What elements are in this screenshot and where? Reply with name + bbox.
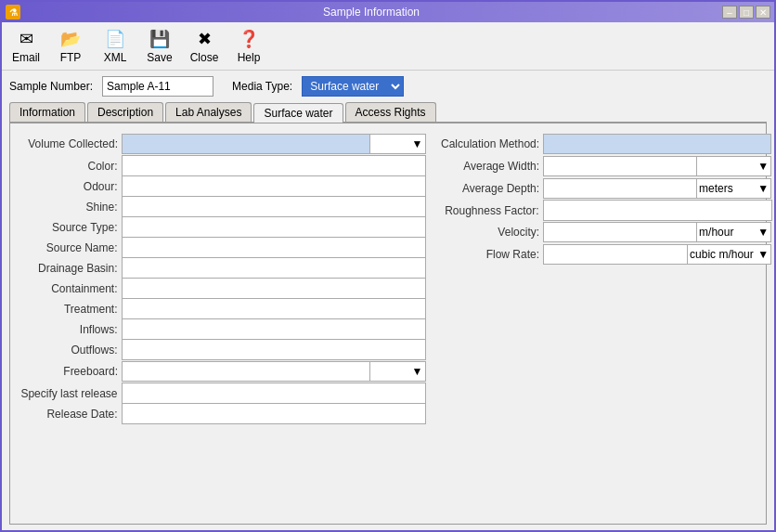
volume-unit-dropdown[interactable]: ▼ [369,135,425,153]
velocity-dropdown[interactable]: m/hour ▼ [696,223,770,241]
average-depth-arrow: ▼ [757,182,769,195]
velocity-label: Velocity: [441,221,543,244]
title-bar: ⚗ Sample Information – □ ✕ [2,2,774,22]
volume-collected-input[interactable] [123,135,369,153]
average-depth-row: Average Depth: meters ▼ [441,177,771,201]
release-date-input[interactable] [124,408,424,421]
window-title: Sample Information [20,6,722,19]
shine-label: Shine: [19,197,122,217]
specify-last-release-label: Specify last release [19,383,122,404]
tab-information[interactable]: Information [9,102,85,122]
roughness-factor-label: Roughness Factor: [441,201,543,221]
outflows-label: Outflows: [19,340,122,360]
average-depth-field: meters ▼ [543,178,771,199]
email-button[interactable]: ✉ Email [6,26,46,67]
sample-row: Sample Number: Media Type: Surface water [9,76,767,97]
drainage-basin-row: Drainage Basin: [19,258,426,279]
left-panel: Volume Collected: ▼ [19,133,426,514]
help-icon: ❓ [238,29,260,49]
calculation-method-value[interactable] [543,134,771,154]
odour-row: Odour: [19,176,426,197]
velocity-row: Velocity: m/hour ▼ [441,221,771,244]
ftp-button[interactable]: 📂 FTP [50,26,91,67]
flow-rate-input[interactable] [544,245,687,264]
save-label: Save [147,51,172,64]
email-label: Email [12,51,40,64]
flow-rate-unit-value: cubic m/hour [690,248,754,261]
outflows-row: Outflows: [19,340,426,360]
treatment-input[interactable] [124,303,424,316]
minimize-button[interactable]: – [722,6,737,19]
average-depth-input[interactable] [544,179,696,198]
xml-button[interactable]: 📄 XML [95,26,136,67]
average-depth-dropdown[interactable]: meters ▼ [696,179,770,198]
source-name-label: Source Name: [19,238,122,258]
title-bar-buttons: – □ ✕ [722,6,770,19]
xml-label: XML [104,51,127,64]
shine-input[interactable] [124,201,424,214]
odour-input[interactable] [124,180,424,193]
left-fields-table: Volume Collected: ▼ [19,133,426,424]
help-label: Help [238,51,261,64]
freeboard-unit-arrow: ▼ [412,365,423,378]
ftp-label: FTP [60,51,82,64]
right-fields-area: Calculation Method: Average Width: [441,133,772,266]
sample-number-input[interactable] [102,76,213,97]
tab-surface-water[interactable]: Surface water [253,103,343,123]
source-name-input[interactable] [124,241,424,254]
source-type-row: Source Type: [19,217,426,238]
containment-row: Containment: [19,279,426,299]
right-panel: Calculation Method: Average Width: [441,133,757,514]
tab-description[interactable]: Description [87,102,163,122]
tab-access-rights[interactable]: Access Rights [345,102,436,122]
close-icon: ✖ [193,29,215,49]
calculation-method-input[interactable] [546,136,769,149]
inflows-label: Inflows: [19,319,122,340]
specify-last-release-input[interactable] [124,387,424,400]
velocity-arrow: ▼ [757,226,769,239]
flow-rate-label: Flow Rate: [441,243,543,266]
flow-rate-dropdown[interactable]: cubic m/hour ▼ [687,245,770,264]
media-type-select[interactable]: Surface water [302,76,404,97]
treatment-row: Treatment: [19,299,426,319]
source-type-label: Source Type: [19,217,122,238]
average-width-arrow: ▼ [757,160,769,173]
freeboard-input[interactable] [123,362,369,381]
sample-number-label: Sample Number: [9,80,93,93]
outflows-input[interactable] [124,344,424,357]
email-icon: ✉ [15,29,37,49]
help-button[interactable]: ❓ Help [228,26,269,67]
freeboard-unit-dropdown[interactable]: ▼ [369,362,425,381]
average-width-label: Average Width: [441,155,543,177]
containment-label: Containment: [19,279,122,299]
average-width-field: ▼ [543,156,771,176]
inflows-input[interactable] [124,323,424,336]
volume-unit-arrow: ▼ [412,137,423,150]
odour-label: Odour: [19,176,122,197]
freeboard-label: Freeboard: [19,360,122,383]
average-width-dropdown[interactable]: ▼ [696,157,770,175]
roughness-factor-input[interactable] [544,203,771,218]
velocity-input[interactable] [544,223,696,241]
volume-collected-field: ▼ [122,134,426,154]
drainage-basin-input[interactable] [124,262,424,275]
source-type-input[interactable] [124,221,424,234]
color-input[interactable] [124,160,424,173]
average-width-input[interactable] [544,157,696,175]
source-name-row: Source Name: [19,238,426,258]
freeboard-field: ▼ [122,361,426,382]
maximize-button[interactable]: □ [739,6,754,19]
tab-lab-analyses[interactable]: Lab Analyses [165,102,252,122]
calculation-method-label: Calculation Method: [441,133,543,155]
calculation-method-row: Calculation Method: [441,133,771,155]
close-toolbar-button[interactable]: ✖ Close [184,26,225,67]
media-type-label: Media Type: [232,80,292,93]
save-button[interactable]: 💾 Save [139,26,180,67]
volume-collected-row: Volume Collected: ▼ [19,133,426,156]
release-date-row: Release Date: [19,404,426,424]
inflows-row: Inflows: [19,319,426,340]
tabs: Information Description Lab Analyses Sur… [9,102,767,123]
treatment-label: Treatment: [19,299,122,319]
containment-input[interactable] [124,282,424,295]
close-button[interactable]: ✕ [756,6,770,19]
